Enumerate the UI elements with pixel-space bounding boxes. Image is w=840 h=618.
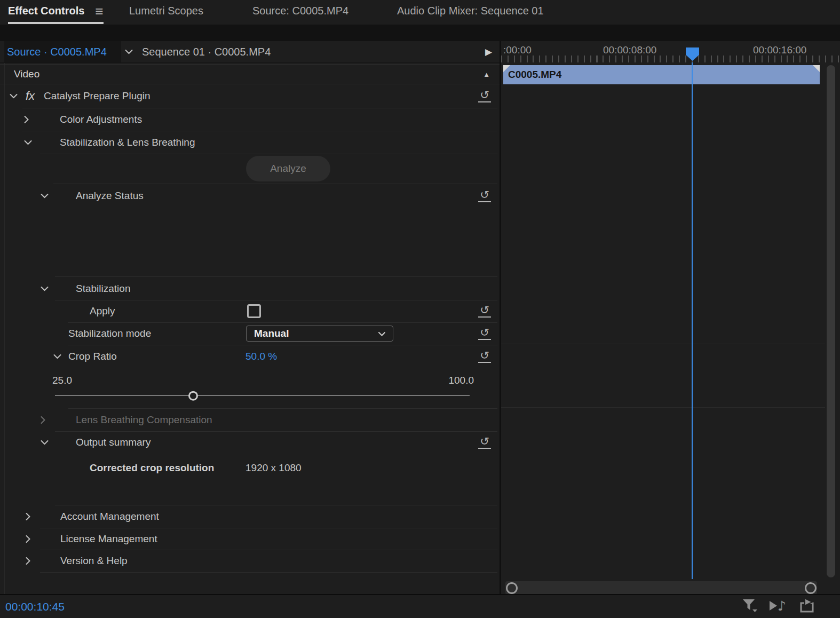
account-management-label: Account Management (60, 511, 159, 522)
video-section-header[interactable]: Video ▲ (0, 64, 500, 84)
license-management-label: License Management (60, 533, 157, 545)
collapsed-chevron-icon[interactable] (41, 416, 45, 424)
crop-ratio-label: Crop Ratio (68, 351, 117, 362)
expand-chevron-icon[interactable] (41, 440, 49, 445)
row-divider (40, 154, 497, 154)
slider-min-label: 25.0 (52, 375, 72, 386)
collapsed-chevron-icon[interactable] (26, 512, 30, 520)
timeline-zoom-bar[interactable] (505, 581, 817, 595)
play-audio-icon[interactable]: ♪ (767, 598, 789, 616)
source-clip-tab[interactable]: Source · C0005.MP4 (4, 41, 121, 62)
panel-tab-bar: Effect Controls ≡ Lumetri Scopes Source:… (0, 0, 840, 25)
vertical-scrollbar[interactable] (827, 65, 835, 577)
collapse-section-icon[interactable]: ▲ (483, 70, 490, 78)
row-catalyst-prepare-plugin[interactable]: fx Catalyst Prepare Plugin ↺ (0, 84, 500, 108)
analyze-status-label: Analyze Status (76, 190, 144, 202)
source-clip-tab-label: Source · C0005.MP4 (7, 46, 107, 58)
fx-badge-icon: fx (26, 89, 35, 103)
row-stabilization-lens-breathing[interactable]: Stabilization & Lens Breathing (0, 131, 500, 154)
apply-label: Apply (90, 305, 115, 317)
analyze-button-label: Analyze (270, 163, 306, 175)
clip-source-header: Source · C0005.MP4 Sequence 01 · C0005.M… (0, 41, 500, 63)
version-help-label: Version & Help (60, 555, 128, 567)
playhead-line (692, 62, 693, 579)
timeline-clip[interactable]: C0005.MP4 (503, 65, 820, 84)
effect-controls-panel: Effect Controls ≡ Lumetri Scopes Source:… (0, 0, 840, 618)
stabilization-mode-label: Stabilization mode (68, 328, 151, 339)
panel-footer: 00:00:10:45 ♪ (0, 594, 840, 618)
slider-max-label: 100.0 (448, 375, 474, 386)
reset-parameter-icon[interactable]: ↺ (478, 436, 491, 449)
ruler-label: 00:00:16:00 (753, 44, 806, 56)
reset-parameter-icon[interactable]: ↺ (478, 305, 491, 318)
zoom-handle-left[interactable] (506, 582, 518, 594)
ruler-ticks (501, 56, 840, 62)
corrected-crop-value: 1920 x 1080 (245, 462, 302, 474)
ruler-label: :00:00 (503, 44, 532, 56)
crop-ratio-slider-track[interactable] (55, 395, 470, 396)
output-summary-label: Output summary (76, 437, 150, 448)
tab-audio-clip-mixer[interactable]: Audio Clip Mixer: Sequence 01 (397, 0, 544, 22)
timeline-ruler[interactable]: :00:00 00:00:08:00 00:00:16:00 (501, 41, 840, 62)
tab-effect-controls[interactable]: Effect Controls ≡ (8, 0, 104, 24)
expand-chevron-icon[interactable] (24, 140, 32, 145)
panel-menu-icon[interactable]: ≡ (95, 4, 103, 18)
svg-text:♪: ♪ (778, 598, 786, 614)
tab-lumetri-scopes[interactable]: Lumetri Scopes (129, 0, 203, 22)
tab-source-monitor-label: Source: C0005.MP4 (252, 5, 348, 17)
row-output-summary[interactable]: Output summary ↺ (0, 431, 500, 454)
plugin-name-label: Catalyst Prepare Plugin (44, 90, 150, 102)
analyze-button[interactable]: Analyze (246, 156, 330, 181)
row-divider (55, 276, 497, 277)
zoom-handle-right[interactable] (805, 582, 817, 594)
expand-chevron-icon[interactable] (41, 287, 49, 291)
reset-parameter-icon[interactable]: ↺ (478, 327, 491, 340)
row-license-management[interactable]: License Management (0, 528, 500, 550)
effect-timeline-panel: :00:00 00:00:08:00 00:00:16:00 C0005.MP4 (500, 41, 840, 594)
dropdown-chevron-icon (378, 329, 385, 338)
corrected-crop-label: Corrected crop resolution (90, 462, 214, 474)
expand-chevron-icon[interactable] (53, 354, 61, 359)
sequence-clip-label[interactable]: Sequence 01 · C0005.MP4 (142, 46, 271, 58)
video-section-label: Video (14, 68, 39, 80)
reset-parameter-icon[interactable]: ↺ (478, 350, 491, 363)
row-lens-breathing-compensation[interactable]: Lens Breathing Compensation (0, 408, 500, 431)
filter-properties-icon[interactable] (741, 598, 759, 616)
expand-chevron-icon[interactable] (10, 94, 18, 99)
row-apply: Apply ↺ (0, 300, 500, 322)
crop-ratio-value[interactable]: 50.0 % (245, 351, 277, 362)
collapsed-chevron-icon[interactable] (26, 535, 30, 543)
stabilization-mode-value: Manual (254, 328, 289, 339)
source-dropdown-chevron-icon[interactable] (125, 50, 133, 54)
stabilization-mode-dropdown[interactable]: Manual (246, 326, 393, 342)
collapsed-chevron-icon[interactable] (24, 115, 29, 123)
row-stabilization[interactable]: Stabilization (0, 278, 500, 300)
export-icon[interactable] (798, 598, 817, 616)
stabilization-lens-breathing-label: Stabilization & Lens Breathing (60, 137, 195, 148)
ruler-label: 00:00:08:00 (603, 44, 656, 56)
tab-lumetri-scopes-label: Lumetri Scopes (129, 5, 203, 17)
crop-ratio-slider-knob[interactable] (188, 391, 198, 401)
row-color-adjustments[interactable]: Color Adjustments (0, 108, 500, 131)
row-corrected-crop-resolution: Corrected crop resolution 1920 x 1080 (0, 456, 500, 479)
clip-name-label: C0005.MP4 (508, 69, 561, 81)
tab-source-monitor[interactable]: Source: C0005.MP4 (252, 0, 348, 22)
current-timecode[interactable]: 00:00:10:45 (5, 600, 65, 613)
tab-effect-controls-label: Effect Controls (8, 5, 84, 17)
header-play-icon[interactable]: ▶ (485, 46, 492, 58)
crop-ratio-slider-row: 25.0 100.0 (0, 368, 500, 409)
row-divider (40, 572, 497, 573)
row-account-management[interactable]: Account Management (0, 505, 500, 528)
row-crop-ratio: Crop Ratio 50.0 % ↺ (0, 345, 500, 368)
reset-effect-icon[interactable]: ↺ (478, 90, 491, 102)
track-divider (501, 407, 825, 408)
collapsed-chevron-icon[interactable] (26, 557, 30, 565)
reset-parameter-icon[interactable]: ↺ (478, 189, 491, 202)
stabilization-label: Stabilization (76, 283, 130, 295)
row-version-help[interactable]: Version & Help (0, 550, 500, 572)
apply-checkbox[interactable] (247, 304, 261, 318)
color-adjustments-label: Color Adjustments (60, 114, 142, 125)
expand-chevron-icon[interactable] (41, 194, 49, 199)
tab-audio-clip-mixer-label: Audio Clip Mixer: Sequence 01 (397, 5, 544, 17)
row-analyze-status[interactable]: Analyze Status ↺ (0, 184, 500, 208)
